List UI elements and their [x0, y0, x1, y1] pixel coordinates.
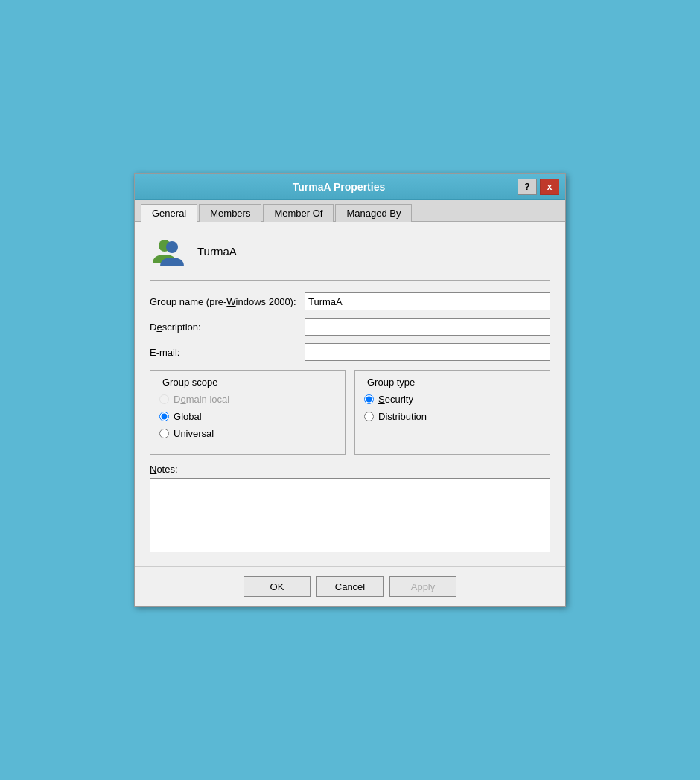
notes-textarea[interactable]	[150, 478, 550, 552]
group-scope-fieldset: Group scope Domain local Global Universa…	[150, 370, 346, 455]
description-input[interactable]	[305, 318, 550, 336]
group-name-pre2000-row: Group name (pre-Windows 2000):	[150, 292, 550, 310]
scope-global-row: Global	[159, 411, 333, 422]
tab-member-of[interactable]: Member Of	[263, 204, 334, 222]
group-icon	[150, 234, 185, 269]
tab-content-general: Group name (pre-Windows 2000): Descripti…	[135, 222, 565, 566]
divider	[150, 280, 550, 281]
scope-universal-radio[interactable]	[159, 429, 169, 438]
dialog-wrapper: TurmaA Properties ? x General Members Me…	[119, 159, 581, 621]
help-button[interactable]: ?	[518, 179, 537, 195]
dialog-footer: OK Cancel Apply	[135, 566, 565, 606]
scope-global-label: Global	[174, 411, 202, 422]
type-distribution-row: Distribution	[364, 411, 538, 422]
close-button[interactable]: x	[540, 179, 559, 195]
description-row: Description:	[150, 318, 550, 336]
notes-textarea-container	[150, 478, 550, 554]
title-bar-buttons: ? x	[518, 179, 559, 195]
scope-domain-local-label: Domain local	[174, 394, 229, 405]
scope-type-row: Group scope Domain local Global Universa…	[150, 370, 550, 455]
tab-bar: General Members Member Of Managed By	[135, 200, 565, 222]
scope-domain-local-radio[interactable]	[159, 394, 169, 404]
svg-point-1	[166, 241, 178, 253]
group-name-input[interactable]	[197, 245, 339, 258]
notes-label: Notes:	[150, 464, 550, 475]
cancel-button[interactable]: Cancel	[316, 576, 384, 597]
ok-button[interactable]: OK	[244, 576, 311, 597]
type-security-label: Security	[378, 394, 413, 405]
scope-universal-row: Universal	[159, 428, 333, 439]
type-distribution-radio[interactable]	[364, 412, 374, 421]
group-type-fieldset: Group type Security Distribution	[354, 370, 550, 455]
group-type-legend: Group type	[364, 377, 538, 388]
title-bar: TurmaA Properties ? x	[135, 174, 565, 200]
tab-members[interactable]: Members	[199, 204, 261, 222]
notes-section: Notes:	[150, 464, 550, 554]
properties-dialog: TurmaA Properties ? x General Members Me…	[134, 173, 566, 607]
type-security-radio[interactable]	[364, 394, 374, 404]
dialog-title: TurmaA Properties	[160, 181, 518, 193]
type-distribution-label: Distribution	[378, 411, 427, 422]
email-input[interactable]	[305, 343, 550, 361]
email-row: E-mail:	[150, 343, 550, 361]
group-icon-area	[150, 234, 550, 269]
scope-domain-local-row: Domain local	[159, 394, 333, 405]
description-label: Description:	[150, 322, 299, 333]
type-security-row: Security	[364, 394, 538, 405]
email-label: E-mail:	[150, 347, 299, 358]
apply-button[interactable]: Apply	[389, 576, 456, 597]
group-name-pre2000-input[interactable]	[305, 292, 550, 310]
tab-general[interactable]: General	[141, 204, 197, 222]
group-scope-legend: Group scope	[159, 377, 333, 388]
scope-global-radio[interactable]	[159, 412, 169, 421]
tab-managed-by[interactable]: Managed By	[335, 204, 412, 222]
group-name-pre2000-label: Group name (pre-Windows 2000):	[150, 296, 299, 307]
scope-universal-label: Universal	[174, 428, 214, 439]
